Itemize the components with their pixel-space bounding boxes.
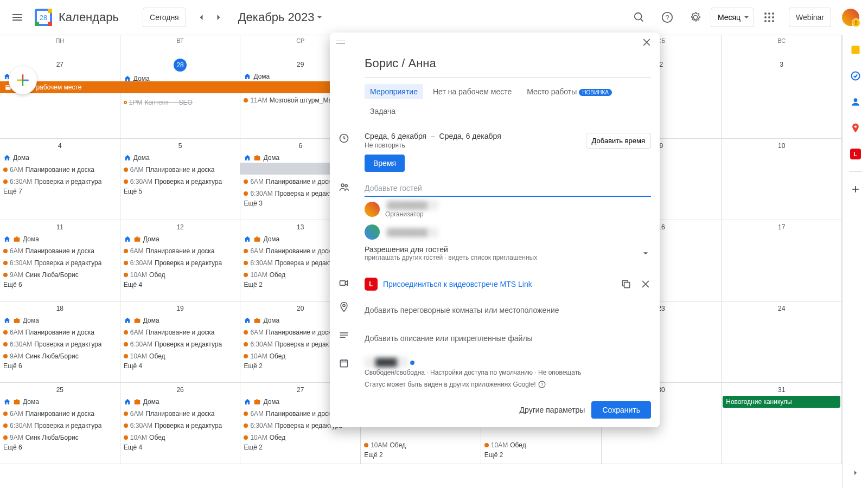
date-number[interactable]: 28 — [174, 59, 187, 72]
date-number[interactable]: 4 — [0, 140, 120, 152]
tab-ooo[interactable]: Нет на рабочем месте — [427, 84, 517, 99]
event-chip[interactable]: 6:30AMПроверка и редактура — [0, 420, 120, 432]
next-button[interactable] — [210, 9, 227, 26]
date-to[interactable]: Среда, 6 декабря — [439, 132, 501, 140]
day-cell[interactable]: 19Дома6AMПланирование и доска6:30AMПрове… — [120, 301, 241, 383]
event-chip[interactable]: 1PMКонтент — SEO — [120, 97, 240, 108]
contacts-button[interactable] — [845, 91, 866, 113]
video-link[interactable]: Присоединиться к видеовстрече MTS Link — [383, 280, 532, 288]
day-cell[interactable]: 5Дома6AMПланирование и доска6:30AMПровер… — [120, 139, 241, 220]
event-title[interactable]: Борис / Анна — [365, 52, 651, 78]
add-time-button[interactable]: Добавить время — [586, 133, 651, 149]
day-cell[interactable]: 17 — [722, 220, 842, 301]
more-link[interactable]: Ещё 4 — [120, 281, 240, 288]
more-link[interactable]: Ещё 5 — [120, 188, 240, 195]
event-chip[interactable]: 6AMПланирование и доска — [120, 245, 240, 257]
day-cell[interactable]: 26Дома6AMПланирование и доска6:30AMПрове… — [120, 383, 241, 464]
event-chip[interactable]: 10AMОбед — [120, 350, 240, 362]
mts-button[interactable]: L — [845, 143, 866, 165]
date-number[interactable]: 19 — [120, 303, 240, 314]
date-number[interactable]: 17 — [722, 221, 841, 233]
day-cell[interactable]: 31Новогодние каникулы — [722, 383, 842, 464]
more-link[interactable]: Ещё 6 — [0, 444, 120, 451]
holiday-chip[interactable]: Новогодние каникулы — [723, 396, 840, 408]
help-button[interactable]: ? — [654, 4, 680, 30]
more-link[interactable]: Ещё 2 — [481, 451, 601, 459]
prev-button[interactable] — [193, 9, 210, 26]
date-number[interactable]: 3 — [722, 59, 841, 70]
user-avatar[interactable] — [842, 9, 859, 26]
search-button[interactable] — [626, 4, 652, 30]
event-chip[interactable]: 10AMОбед — [361, 439, 481, 451]
location-chip[interactable]: Дома — [120, 233, 240, 245]
date-from[interactable]: Среда, 6 декабря — [365, 132, 426, 140]
more-link[interactable]: Ещё 2 — [240, 444, 360, 451]
info-icon[interactable]: ? — [538, 381, 546, 388]
more-link[interactable]: Ещё 4 — [120, 444, 240, 451]
event-chip[interactable]: 6AMПланирование и доска — [0, 408, 120, 420]
chevron-down-icon[interactable] — [640, 248, 651, 259]
maps-button[interactable] — [845, 117, 866, 139]
add-addon-button[interactable] — [845, 178, 866, 200]
date-number[interactable]: 18 — [0, 303, 120, 314]
event-chip[interactable]: 6:30AMПроверка и редактура — [0, 338, 120, 350]
date-number[interactable]: 10 — [722, 140, 841, 152]
create-button[interactable] — [9, 66, 37, 94]
find-time-button[interactable]: Время — [365, 155, 405, 172]
close-button[interactable] — [638, 34, 655, 51]
event-chip[interactable]: 6AMПланирование и доска — [0, 245, 120, 257]
view-selector[interactable]: Месяц — [711, 8, 754, 27]
day-cell[interactable]: 10 — [722, 139, 842, 220]
event-chip[interactable]: 6:30AMПроверка и редактура — [120, 176, 240, 188]
add-location[interactable]: Добавить переговорные комнаты или местоп… — [365, 300, 651, 320]
permissions-title[interactable]: Разрешения для гостей — [365, 245, 537, 254]
location-chip[interactable]: Дома — [120, 152, 240, 164]
date-number[interactable]: 24 — [722, 303, 841, 314]
more-link[interactable]: Ещё 6 — [0, 362, 120, 370]
event-chip[interactable]: 9AMСинк Люба/Борис — [0, 432, 120, 444]
ooo-banner[interactable]: Нет на рабочем месте — [0, 81, 361, 93]
location-chip[interactable]: Дома — [0, 233, 120, 245]
day-cell[interactable]: 28Дома1PMКонтент — SEO — [120, 57, 241, 139]
day-cell[interactable]: 18Дома6AMПланирование и доска6:30AMПрове… — [0, 301, 120, 383]
event-chip[interactable]: 6AMПланирование и доска — [120, 326, 240, 338]
date-number[interactable]: 5 — [120, 140, 240, 152]
day-cell[interactable]: 25Дома6AMПланирование и доска6:30AMПрове… — [0, 383, 120, 464]
copy-icon[interactable] — [621, 279, 631, 290]
event-chip[interactable]: 6:30AMПроверка и редактура — [120, 257, 240, 269]
event-chip[interactable]: 6AMПланирование и доска — [120, 164, 240, 176]
location-chip[interactable]: Дома — [0, 314, 120, 326]
event-chip[interactable]: 10AMОбед — [120, 269, 240, 281]
event-chip[interactable]: 6:30AMПроверка и редактура — [0, 257, 120, 269]
collapse-rail-button[interactable] — [845, 462, 866, 484]
day-cell[interactable]: 3 — [722, 57, 842, 139]
event-chip[interactable]: 6:30AMПроверка и редактура — [120, 338, 240, 350]
event-chip[interactable]: 6AMПланирование и доска — [0, 326, 120, 338]
day-cell[interactable]: 24 — [722, 301, 842, 383]
month-title[interactable]: Декабрь 2023 — [238, 10, 322, 24]
remove-link-icon[interactable] — [640, 279, 651, 290]
tab-event[interactable]: Мероприятие — [365, 84, 423, 99]
day-cell[interactable]: 12Дома6AMПланирование и доска6:30AMПрове… — [120, 220, 241, 301]
tab-task[interactable]: Задача — [365, 104, 401, 119]
more-link[interactable]: Ещё 2 — [361, 451, 481, 459]
date-number[interactable]: 26 — [120, 384, 240, 396]
save-button[interactable]: Сохранить — [591, 401, 651, 419]
event-chip[interactable]: 6:30AMПроверка и редактура — [120, 420, 240, 432]
event-chip[interactable]: 9AMСинк Люба/Борис — [0, 269, 120, 281]
today-button[interactable]: Сегодня — [143, 8, 186, 27]
settings-button[interactable] — [682, 4, 709, 30]
date-number[interactable]: 12 — [120, 221, 240, 233]
location-chip[interactable]: Дома — [120, 396, 240, 408]
date-number[interactable]: 11 — [0, 221, 120, 233]
menu-button[interactable] — [4, 4, 30, 30]
event-chip[interactable]: 10AMОбед — [240, 432, 360, 444]
location-chip[interactable]: Дома — [0, 396, 120, 408]
day-cell[interactable]: 11Дома6AMПланирование и доска6:30AMПрове… — [0, 220, 120, 301]
more-link[interactable]: Ещё 6 — [0, 281, 120, 288]
event-chip[interactable]: 10AMОбед — [481, 439, 601, 451]
more-link[interactable]: Ещё 4 — [120, 362, 240, 370]
event-chip[interactable]: 6AMПланирование и доска — [120, 408, 240, 420]
guests-input[interactable] — [365, 181, 651, 197]
day-cell[interactable]: 4Дома6AMПланирование и доска6:30AMПровер… — [0, 139, 120, 220]
